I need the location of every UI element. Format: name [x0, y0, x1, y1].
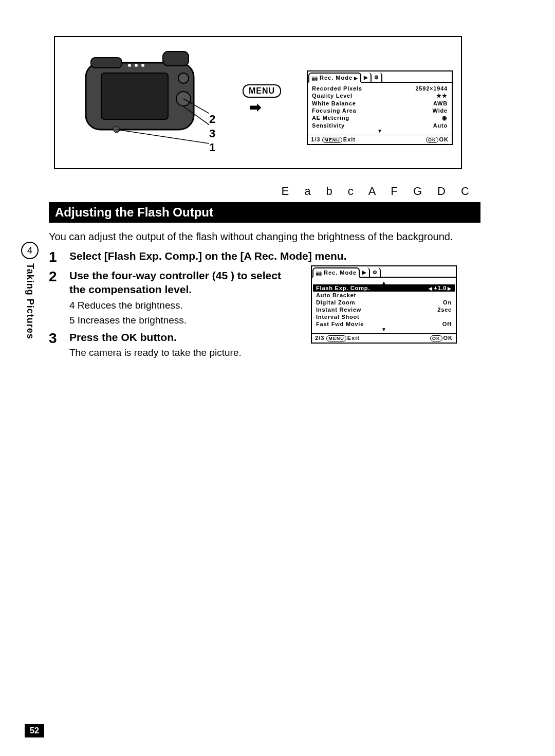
menu-footer: 2/3 MENUExit OKOK — [312, 333, 456, 343]
menu-tabs: Rec. Mode — [312, 266, 456, 278]
menu-body: ▲ Flash Exp. Comp.+1.0 Auto Bracket Digi… — [312, 278, 456, 333]
step-1: 1 Select [Flash Exp. Comp.] on the [A Re… — [49, 249, 480, 265]
menu-label: Interval Shoot — [316, 314, 360, 320]
step-title: Press the OK button. The camera is ready… — [69, 330, 242, 359]
arrow-right-icon: ➡ — [249, 99, 261, 116]
diagram-box: MENU ➡ 2 3 1 Rec. Mode Recorded Pixels25… — [54, 36, 462, 169]
menu-value: Off — [442, 321, 452, 327]
menu-tabs: Rec. Mode — [308, 71, 452, 83]
chapter-number-badge: 4 — [21, 242, 39, 259]
exit-label: Exit — [347, 335, 360, 341]
ok-pill: OK — [430, 335, 442, 341]
svg-rect-3 — [101, 73, 168, 119]
tab-label: Rec. Mode — [320, 75, 353, 81]
svg-point-8 — [141, 64, 144, 67]
scroll-down-icon: ▼ — [312, 128, 448, 134]
tab-rec-mode: Rec. Mode — [308, 73, 361, 83]
step-number: 2 — [49, 268, 69, 285]
chevron-right-icon — [354, 75, 358, 81]
menu-screen-2: Rec. Mode ▲ Flash Exp. Comp.+1.0 Auto Br… — [311, 265, 457, 344]
page-indicator: 2/3 — [315, 335, 324, 341]
diagram-number: 3 — [209, 127, 215, 141]
setup-icon — [373, 269, 378, 275]
menu-label: Recorded Pixels — [312, 85, 362, 92]
menu-pill: MENU — [322, 137, 342, 143]
exit-label: Exit — [343, 136, 356, 142]
page-content: MENU ➡ 2 3 1 Rec. Mode Recorded Pixels25… — [49, 36, 480, 363]
svg-point-7 — [135, 64, 138, 67]
svg-rect-2 — [163, 51, 189, 66]
menu-label: AE Metering — [312, 115, 349, 121]
step-sub: 4 Reduces the brightness. — [69, 299, 290, 312]
step-title: Use the four-way controller (45 ) to sel… — [69, 268, 290, 327]
menu-value: 2sec — [437, 307, 452, 313]
step-sub: 5 Increases the brightness. — [69, 314, 290, 327]
camera-icon — [316, 269, 322, 276]
mode-dial-row: E a b c A F G D C — [49, 185, 480, 198]
tab-playback — [362, 73, 372, 82]
play-icon — [364, 74, 368, 80]
section-title: Adjusting the Flash Output — [49, 202, 480, 223]
tab-playback — [360, 267, 370, 277]
menu-label: Quality Level — [312, 93, 353, 99]
menu-label: Digital Zoom — [316, 299, 355, 305]
menu-footer: 1/3 MENUExit OKOK — [308, 135, 452, 144]
ok-label: OK — [443, 335, 453, 341]
menu-value: On — [443, 299, 452, 305]
step-title: Select [Flash Exp. Comp.] on the [A Rec.… — [69, 249, 346, 263]
triangle-right-icon — [448, 285, 452, 291]
scroll-down-icon: ▼ — [316, 327, 452, 332]
diagram-number: 1 — [209, 140, 215, 155]
svg-point-5 — [178, 73, 189, 83]
step-number: 1 — [49, 249, 69, 265]
menu-pill: MENU — [326, 335, 346, 341]
tab-setup — [372, 73, 382, 82]
page-number: 52 — [25, 724, 44, 737]
menu-body: Recorded Pixels2592×1944 Quality Level★★… — [308, 83, 452, 135]
side-tab: 4 Taking Pictures — [20, 242, 40, 339]
camera-icon — [311, 75, 318, 81]
ok-label: OK — [439, 136, 449, 142]
menu-button-label: MENU — [243, 84, 281, 98]
tab-label: Rec. Mode — [324, 269, 357, 276]
camera-illustration — [76, 42, 209, 145]
menu-label: Focusing Area — [312, 107, 356, 114]
intro-paragraph: You can adjust the output of the flash w… — [49, 230, 480, 244]
svg-rect-1 — [91, 58, 122, 68]
menu-row-highlight: Flash Exp. Comp.+1.0 — [313, 284, 455, 292]
menu-value: ◉ — [442, 115, 448, 121]
menu-value: AWB — [433, 100, 448, 106]
step-title-text: Use the four-way controller (45 ) to sel… — [69, 269, 281, 295]
chapter-label: Taking Pictures — [25, 263, 35, 339]
page-indicator: 1/3 — [311, 136, 320, 142]
step-title-part: Rec. Mode] menu. — [251, 250, 347, 262]
menu-label: Fast Fwd Movie — [316, 321, 364, 327]
step-number: 3 — [49, 330, 69, 347]
menu-screen-1: Rec. Mode Recorded Pixels2592×1944 Quali… — [307, 70, 453, 145]
menu-value: +1.0 — [434, 285, 447, 291]
tab-rec-mode: Rec. Mode — [312, 267, 360, 278]
menu-label: Auto Bracket — [316, 292, 356, 298]
step-sub: The camera is ready to take the picture. — [69, 346, 242, 359]
menu-label: White Balance — [312, 100, 356, 106]
menu-label: Instant Review — [316, 307, 361, 313]
tab-setup — [371, 267, 381, 277]
step-title-text: Press the OK button. — [69, 331, 177, 343]
menu-label: Flash Exp. Comp. — [316, 285, 370, 291]
menu-value: Auto — [433, 122, 448, 129]
ok-pill: OK — [426, 137, 438, 143]
svg-point-6 — [128, 64, 131, 67]
menu-value: ★★ — [436, 93, 448, 99]
diagram-number: 2 — [209, 112, 215, 127]
play-icon — [362, 269, 367, 275]
menu-value: 2592×1944 — [415, 85, 448, 92]
menu-label: Sensitivity — [312, 122, 345, 129]
menu-value: Wide — [433, 107, 448, 114]
diagram-numbers: 2 3 1 — [209, 112, 215, 155]
triangle-left-icon — [429, 285, 433, 291]
svg-line-12 — [117, 130, 209, 145]
setup-icon — [374, 74, 379, 80]
step-title-part: Select [Flash Exp. Comp.] on the [A — [69, 250, 251, 262]
